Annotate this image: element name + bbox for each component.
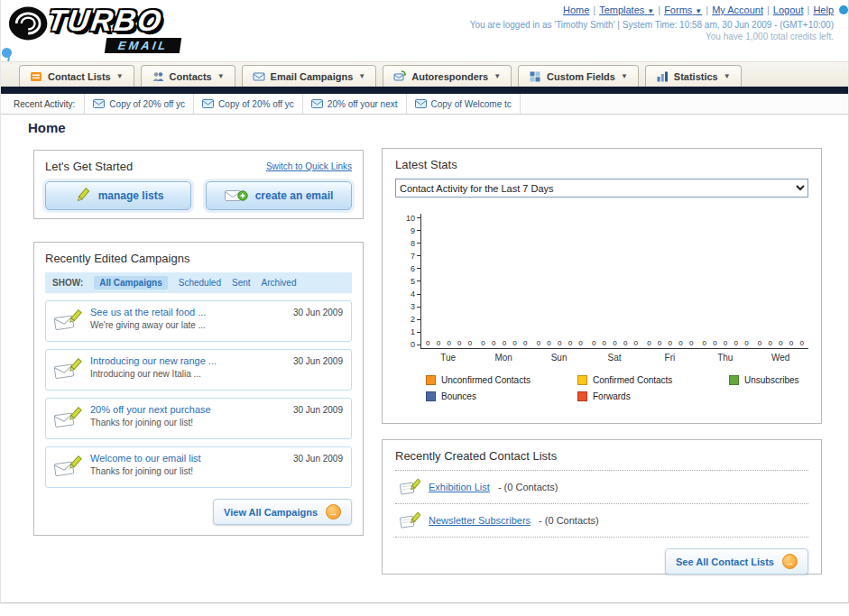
chart-x-axis: TueMonSunSatFriThuWed	[420, 353, 808, 363]
chart-y-tick: 0	[395, 341, 420, 349]
nav-statistics[interactable]: Statistics ▼	[645, 65, 742, 87]
chart-x-tick-label: Mon	[475, 353, 531, 363]
nav-custom-fields[interactable]: Custom Fields ▼	[518, 65, 639, 87]
chart-y-tick: 7	[395, 252, 420, 260]
link-templates[interactable]: Templates ▼	[599, 5, 654, 15]
nav-autoresponders[interactable]: Autoresponders ▼	[383, 65, 512, 87]
email-campaigns-icon	[253, 70, 265, 83]
link-separator: |	[807, 5, 810, 15]
campaign-subtitle: Introducing our new Italia ...	[90, 369, 217, 379]
link-logout[interactable]: Logout	[773, 5, 804, 15]
chart-y-axis: 109876543210	[395, 214, 420, 349]
campaign-title-link[interactable]: 20% off your next purchase	[90, 404, 211, 415]
envelope-pencil-icon	[53, 355, 82, 384]
chart-value-labels: 0 0 0 0 0	[587, 339, 642, 347]
campaign-date: 30 Jun 2009	[293, 405, 343, 415]
contact-lists-icon	[30, 70, 42, 83]
chart-y-tick: 2	[395, 316, 420, 324]
recent-activity-item[interactable]: 20% off your next	[303, 94, 407, 114]
chart-value-labels: 0 0 0 0 0	[476, 339, 531, 347]
campaigns-title: Recently Edited Campaigns	[45, 252, 352, 265]
link-my-account[interactable]: My Account	[712, 5, 763, 15]
chevron-down-icon: ▼	[621, 72, 628, 80]
campaign-title-link[interactable]: Welcome to our email list	[90, 453, 201, 464]
recent-activity-item[interactable]: Copy of 20% off yc	[194, 94, 303, 114]
nav-contacts[interactable]: Contacts ▼	[141, 65, 235, 87]
tab-sent[interactable]: Sent	[232, 278, 251, 288]
chart-x-tick-label: Thu	[697, 353, 752, 363]
chart-value-labels: 0 0 0 0 0	[697, 339, 752, 347]
nav-label: Statistics	[674, 71, 718, 82]
chevron-down-icon: ▼	[494, 72, 501, 80]
chart-y-tick: 4	[395, 290, 420, 299]
chevron-down-icon: ▼	[217, 72, 225, 80]
contacts-icon	[152, 70, 164, 83]
create-email-button[interactable]: create an email	[206, 181, 352, 210]
link-help[interactable]: Help	[813, 5, 834, 15]
chart-value-labels: 0 0 0 0 0	[532, 339, 587, 347]
tab-all-campaigns[interactable]: All Campaigns	[94, 276, 167, 290]
tab-scheduled[interactable]: Scheduled	[179, 278, 221, 288]
header-right: Home|Templates ▼|Forms ▼|My Account|Logo…	[470, 5, 834, 41]
envelope-pencil-icon	[53, 404, 82, 433]
chart-y-tick: 10	[395, 214, 420, 222]
switch-quick-links-link[interactable]: Switch to Quick Links	[266, 161, 352, 171]
link-home[interactable]: Home	[563, 5, 589, 15]
recent-activity-bar: Recent Activity: Copy of 20% off yc Copy…	[1, 94, 848, 115]
get-started-title: Let's Get Started	[45, 160, 133, 173]
link-forms[interactable]: Forms ▼	[664, 5, 702, 15]
campaign-list-item[interactable]: See us at the retail food ... We're givi…	[45, 300, 352, 342]
nav-email-campaigns[interactable]: Email Campaigns ▼	[242, 65, 377, 87]
campaign-title-link[interactable]: See us at the retail food ...	[90, 307, 206, 317]
envelope-pencil-icon	[53, 307, 82, 336]
recent-activity-label: Recent Activity:	[14, 94, 75, 114]
chevron-down-icon: ▼	[695, 7, 702, 15]
chart-day-values: 0 0 0 0 00 0 0 0 00 0 0 0 00 0 0 0 00 0 …	[421, 339, 808, 347]
custom-fields-icon	[529, 70, 541, 83]
recent-activity-item[interactable]: Copy of 20% off yc	[84, 94, 194, 114]
tab-archived[interactable]: Archived	[262, 278, 297, 288]
chevron-down-icon: ▼	[647, 7, 654, 15]
manage-lists-button[interactable]: manage lists	[45, 181, 191, 210]
arrow-right-icon: →	[326, 504, 341, 519]
campaign-list-item[interactable]: Welcome to our email list Thanks for joi…	[45, 446, 352, 488]
campaign-list-item[interactable]: 20% off your next purchase Thanks for jo…	[45, 398, 352, 439]
latest-stats-title: Latest Stats	[395, 158, 808, 171]
chart-legend: Unconfirmed ContactsConfirmed ContactsUn…	[426, 375, 808, 401]
campaign-subtitle: We're giving away our late ...	[90, 320, 206, 330]
link-separator: |	[658, 5, 660, 15]
contact-list-item: Newsletter Subscribers - (0 Contacts)	[395, 504, 808, 538]
top-links: Home|Templates ▼|Forms ▼|My Account|Logo…	[470, 5, 834, 15]
contact-list-link[interactable]: Newsletter Subscribers	[429, 515, 531, 526]
nav-label: Custom Fields	[547, 71, 615, 82]
recent-activity-item[interactable]: Copy of Welcome tc	[407, 94, 521, 114]
latest-stats-panel: Latest Stats Contact Activity for the La…	[382, 148, 822, 424]
pencil-paper-icon	[399, 478, 420, 496]
chart-plot-area: 0 0 0 0 00 0 0 0 00 0 0 0 00 0 0 0 00 0 …	[420, 214, 808, 349]
autoresponders-icon	[393, 70, 406, 83]
campaign-list-item[interactable]: Introducing our new range ... Introducin…	[45, 349, 352, 391]
chart-y-tick: 1	[395, 328, 420, 336]
nav-contact-lists[interactable]: Contact Lists ▼	[19, 65, 134, 87]
view-all-campaigns-button[interactable]: View All Campaigns →	[213, 499, 352, 525]
link-separator: |	[767, 5, 770, 15]
chart-x-tick-label: Sun	[531, 353, 586, 363]
legend-item: Forwards	[577, 391, 729, 401]
legend-swatch	[729, 375, 739, 385]
page-title: Home	[28, 120, 66, 135]
login-info: You are logged in as 'Timothy Smith' | S…	[470, 20, 834, 30]
statistics-icon	[656, 70, 669, 83]
chart-x-tick-label: Sat	[586, 353, 641, 363]
pencil-icon	[73, 188, 91, 204]
legend-item: Unconfirmed Contacts	[426, 375, 577, 385]
campaigns-filter-tabs: SHOW: All Campaigns Scheduled Sent Archi…	[45, 272, 352, 293]
contact-list-link[interactable]: Exhibition List	[429, 482, 490, 492]
campaign-title-link[interactable]: Introducing our new range ...	[90, 355, 217, 366]
nav-label: Autoresponders	[411, 71, 488, 82]
stats-period-select[interactable]: Contact Activity for the Last 7 Days	[395, 179, 808, 198]
chart-x-tick-label: Tue	[420, 353, 475, 363]
contact-list-count: - (0 Contacts)	[498, 482, 558, 492]
chart-y-tick: 8	[395, 239, 420, 247]
see-all-contact-lists-button[interactable]: See All Contact Lists →	[665, 548, 808, 575]
envelope-plus-icon	[225, 188, 248, 204]
